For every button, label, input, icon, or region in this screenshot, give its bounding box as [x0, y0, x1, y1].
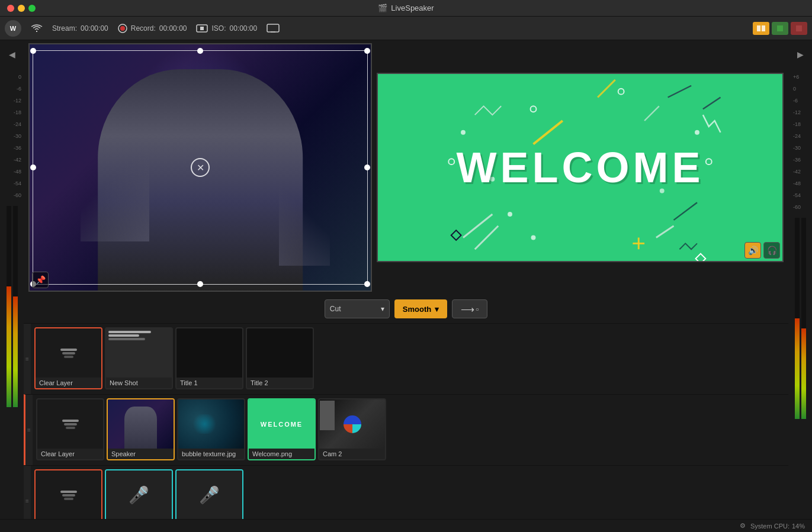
- monitor-button[interactable]: [267, 24, 280, 33]
- camera-feed: [30, 44, 371, 291]
- vu-tick-12: -12: [14, 95, 21, 107]
- svg-point-20: [618, 89, 624, 95]
- speaker-thumb: [108, 399, 174, 449]
- transition-arrow-button[interactable]: ⟶ ○: [452, 299, 487, 318]
- title-1-label: Title 1: [176, 378, 242, 388]
- vu-left-collapse[interactable]: ◀: [7, 43, 17, 66]
- iso-time: 00:00:00: [230, 24, 258, 33]
- layout-button-3[interactable]: [791, 22, 807, 35]
- svg-line-12: [668, 86, 692, 98]
- cut-label: Cut: [330, 305, 341, 313]
- cam2-circle: [344, 415, 361, 433]
- traffic-lights: [7, 5, 36, 12]
- svg-rect-8: [777, 25, 783, 31]
- fullscreen-button[interactable]: [28, 5, 36, 12]
- layer-bar-2-1: [62, 420, 79, 422]
- mic-icon-builtin: 🎤: [129, 485, 149, 505]
- scene-card-title-1[interactable]: Title 1: [175, 327, 243, 389]
- speaker-label: Speaker: [108, 449, 174, 459]
- speaker-bg: [108, 399, 174, 449]
- scene-card-new-shot[interactable]: New Shot: [105, 327, 173, 389]
- svg-line-16: [674, 202, 698, 220]
- svg-rect-9: [796, 25, 802, 31]
- record-label: Record:: [131, 24, 156, 33]
- stream-label: Stream:: [52, 24, 77, 33]
- clear-layer-2-label: Clear Layer: [37, 449, 103, 459]
- main-preview-monitor[interactable]: ✕ 📌: [28, 43, 372, 292]
- vu-r-tick-60: -60: [793, 201, 810, 213]
- vu-r-tick-0: 0: [793, 83, 810, 95]
- layer-bar-2: [62, 352, 75, 354]
- svg-line-11: [475, 226, 499, 250]
- layout-button-2[interactable]: [772, 22, 788, 35]
- row-2-cards: Clear Layer Speaker: [33, 395, 390, 465]
- pin-button[interactable]: 📌: [32, 272, 49, 288]
- vu-r-tick-48: -48: [793, 178, 810, 189]
- clear-layer-1-label: Clear Layer: [36, 378, 101, 388]
- welcome-label: Welcome.png: [249, 449, 314, 459]
- scene-card-cam2[interactable]: Cam 2: [318, 398, 386, 460]
- builtin-mic-thumb: 🎤: [106, 470, 172, 519]
- title-2-label: Title 2: [247, 378, 313, 388]
- layer-bar-2-3: [66, 427, 75, 429]
- svg-rect-28: [696, 254, 706, 261]
- record-time: 00:00:00: [159, 24, 187, 33]
- vu-tick-18: -18: [14, 107, 21, 118]
- layout-button-1[interactable]: [753, 22, 769, 35]
- system-audio-thumb: 🎤: [176, 470, 242, 519]
- toolbar-right-buttons: [753, 22, 807, 35]
- logo-button[interactable]: W: [5, 20, 21, 37]
- smooth-button[interactable]: Smooth ▾: [394, 299, 447, 318]
- row-1-handle[interactable]: ≡: [24, 324, 31, 394]
- cpu-value: 14%: [792, 523, 805, 530]
- iso-label: ISO:: [211, 24, 226, 33]
- vu-tick-0: 0: [18, 71, 21, 83]
- vu-r-tick-p6: +6: [793, 71, 810, 83]
- audio-output-button[interactable]: 🔊: [744, 242, 761, 259]
- scene-card-clear-layer-3[interactable]: Clear Layer: [34, 469, 102, 519]
- scene-row-3: ≡ Clear Layer: [24, 465, 788, 519]
- vu-tick-54: -54: [14, 178, 21, 189]
- scene-card-welcome[interactable]: WELCOME Welcome.png: [248, 398, 316, 460]
- layout-icon-1: [756, 25, 766, 32]
- vu-meter-left: ◀ 0 -6 -12 -18 -24 -30 -36 -42 -48 -54 -…: [0, 40, 24, 519]
- scene-card-title-2[interactable]: Title 2: [246, 327, 314, 389]
- program-preview-monitor[interactable]: WELCOME 🔊 🎧: [377, 73, 784, 262]
- row-2-handle[interactable]: ≡: [25, 395, 33, 465]
- svg-line-31: [534, 121, 563, 144]
- scene-row-2: ≡ Clear Layer: [24, 394, 788, 465]
- record-button[interactable]: Record: 00:00:00: [118, 24, 187, 33]
- arrow-icon: ⟶: [461, 304, 474, 315]
- scene-card-clear-layer-2[interactable]: Clear Layer: [36, 398, 104, 460]
- scene-card-speaker[interactable]: Speaker: [107, 398, 175, 460]
- scene-card-bubble[interactable]: bubble texturre.jpg: [177, 398, 245, 460]
- svg-point-19: [706, 159, 712, 165]
- new-shot-thumb: [106, 328, 172, 378]
- minimize-button[interactable]: [18, 5, 25, 12]
- scene-card-clear-layer-1[interactable]: Clear Layer: [34, 327, 102, 389]
- vu-r-tick-30: -30: [793, 142, 810, 154]
- scene-card-builtin-mic[interactable]: 🎤 Built-in Microphone: [105, 469, 173, 519]
- scene-card-system-audio[interactable]: 🎤 System Audio Captu: [175, 469, 243, 519]
- settings-icon[interactable]: ⚙: [740, 522, 746, 530]
- headphone-button[interactable]: 🎧: [763, 242, 780, 259]
- title-2-thumb: [247, 328, 313, 378]
- iso-indicator: ISO: 00:00:00: [196, 24, 257, 33]
- status-bar: ⚙ System CPU: 14%: [0, 519, 812, 532]
- close-button[interactable]: [7, 5, 14, 12]
- svg-point-23: [461, 130, 466, 135]
- vu-r-tick-54: -54: [793, 189, 810, 201]
- clear-layer-icon-1: [60, 349, 77, 358]
- layer-bar-3: [64, 356, 73, 358]
- wifi-icon: [31, 24, 43, 33]
- vu-right-collapse[interactable]: ▶: [795, 43, 805, 66]
- transition-target: ○: [476, 306, 479, 312]
- builtin-mic-bg: 🎤: [106, 470, 172, 519]
- system-audio-bg: 🎤: [176, 470, 242, 519]
- cut-select[interactable]: Cut ▾: [325, 299, 390, 318]
- iso-icon: [196, 24, 208, 33]
- welcome-text: WELCOME: [457, 143, 704, 192]
- row-3-handle[interactable]: ≡: [24, 466, 31, 519]
- main-area: ◀ 0 -6 -12 -18 -24 -30 -36 -42 -48 -54 -…: [0, 40, 812, 519]
- svg-line-32: [598, 80, 615, 98]
